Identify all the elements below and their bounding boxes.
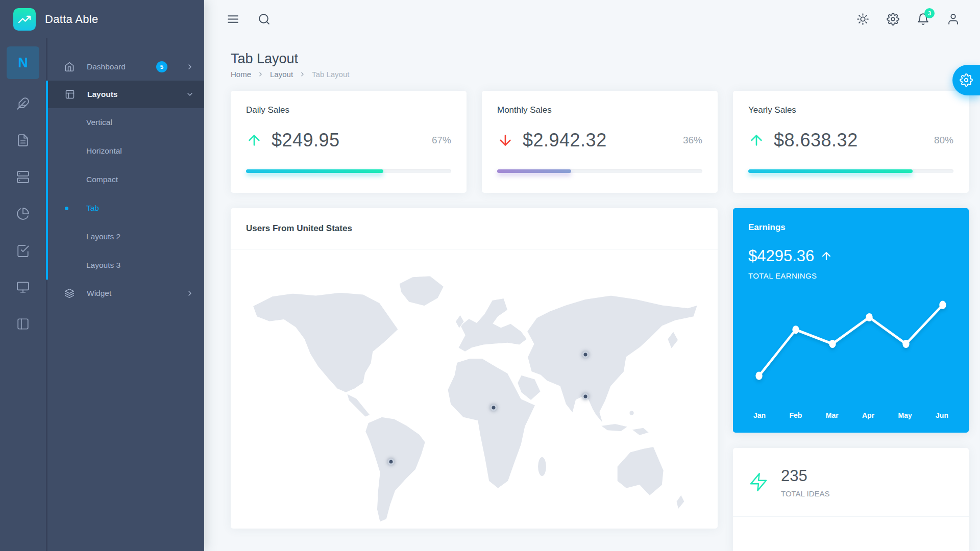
progress-fill (497, 169, 571, 173)
check-square-icon[interactable] (0, 232, 46, 269)
topbar-actions: 3 (856, 13, 960, 26)
dashboard-grid: Daily Sales$249.9567% Monthly Sales$2.94… (231, 91, 969, 551)
progress-fill (748, 169, 913, 173)
notification-badge: 3 (924, 8, 935, 18)
user-button[interactable] (947, 13, 960, 26)
chevron-right-icon (257, 71, 264, 78)
sidebar-menu: Dashboard 5 Layouts VerticalHorizontalCo… (46, 38, 204, 551)
right-column: Earnings $4295.36 TOTAL EARNINGS JanFebM… (733, 208, 969, 551)
sidebar-subitem-vertical[interactable]: Vertical (48, 108, 204, 137)
daily-sales-card: Daily Sales$249.9567% (231, 91, 467, 193)
menu-toggle-button[interactable] (227, 13, 239, 26)
layers-icon (64, 288, 75, 298)
arrow-up-icon (748, 132, 765, 148)
breadcrumb-item[interactable]: Home (231, 70, 251, 79)
sidebar-subitem-layouts-2[interactable]: Layouts 2 (48, 222, 204, 251)
earnings-subtitle: TOTAL EARNINGS (748, 271, 953, 280)
chevron-right-icon (186, 289, 194, 297)
map-marker-china[interactable] (582, 393, 589, 400)
chevron-down-icon (186, 90, 194, 98)
feather-icon[interactable] (0, 85, 46, 122)
layouts-submenu: VerticalHorizontalCompactTabLayouts 2Lay… (48, 108, 204, 280)
breadcrumb: HomeLayoutTab Layout (231, 70, 980, 79)
sidebar-subitem-tab[interactable]: Tab (48, 194, 204, 222)
progress-track (497, 169, 702, 173)
rail-item-active[interactable]: N (7, 46, 39, 79)
sidebar-body: N Dashboard 5 Layouts VerticalHorizontal… (0, 38, 204, 551)
chart-month-label: Mar (826, 411, 839, 419)
sidebar-subitem-compact[interactable]: Compact (48, 165, 204, 194)
zap-icon (748, 472, 769, 492)
total-ideas-card: 235 TOTAL IDEAS (733, 448, 969, 551)
chart-month-label: Jun (936, 411, 948, 419)
main-content: 3 Tab Layout HomeLayoutTab Layout Daily … (204, 0, 980, 551)
sidebar-item-dashboard[interactable]: Dashboard 5 (47, 53, 204, 81)
logo-trending-up-icon (13, 8, 36, 31)
world-map-svg (231, 249, 718, 529)
chevron-right-icon (186, 63, 194, 71)
arrow-up-icon (820, 250, 832, 262)
settings-fab-button[interactable] (952, 65, 980, 95)
earnings-amount: $4295.36 (748, 247, 814, 265)
total-ideas-value: 235 (781, 467, 830, 485)
progress-track (246, 169, 451, 173)
settings-button[interactable] (887, 13, 899, 26)
map-card-title: Users From United States (231, 208, 718, 249)
sidebar-item-label: Widget (87, 289, 174, 298)
sidebar-subitem-layouts-3[interactable]: Layouts 3 (48, 251, 204, 280)
sidebar-item-label: Dashboard (87, 62, 144, 71)
chart-month-label: May (898, 411, 912, 419)
map-marker-russia[interactable] (582, 351, 589, 358)
server-icon[interactable] (0, 159, 46, 195)
stat-amount: $249.95 (272, 130, 340, 151)
icon-rail: N (0, 38, 46, 551)
total-ideas-label: TOTAL IDEAS (781, 489, 830, 498)
sidebar-subitem-horizontal[interactable]: Horizontal (48, 137, 204, 165)
progress-track (748, 169, 953, 173)
monitor-icon[interactable] (0, 269, 46, 306)
page-title: Tab Layout (231, 51, 980, 67)
arrow-up-icon (246, 132, 262, 148)
yearly-sales-card: Yearly Sales$8.638.3280% (733, 91, 969, 193)
dashboard-badge: 5 (156, 61, 167, 72)
stat-percent: 36% (683, 135, 702, 146)
map-marker-middle-east[interactable] (491, 404, 497, 411)
arrow-down-icon (497, 132, 513, 148)
world-map[interactable] (231, 249, 718, 529)
file-text-icon[interactable] (0, 122, 46, 159)
bell-button[interactable]: 3 (917, 13, 929, 26)
breadcrumb-item[interactable]: Layout (270, 70, 293, 79)
map-marker-brazil[interactable] (387, 459, 394, 465)
sidebar-item-widget[interactable]: Widget (47, 280, 204, 307)
search-button[interactable] (258, 13, 271, 26)
stat-amount: $2.942.32 (523, 130, 607, 151)
sidebar-item-layouts[interactable]: Layouts (48, 81, 204, 108)
sidebar-icon[interactable] (0, 306, 46, 342)
stat-card-title: Daily Sales (246, 105, 451, 115)
sidebar-group-layouts: Layouts VerticalHorizontalCompactTabLayo… (46, 81, 204, 280)
earnings-title: Earnings (748, 222, 953, 233)
brand-name: Datta Able (45, 13, 99, 26)
home-icon (64, 62, 75, 72)
chart-month-label: Feb (789, 411, 802, 419)
page-head: Tab Layout HomeLayoutTab Layout (231, 51, 980, 79)
chevron-right-icon (299, 71, 306, 78)
earnings-card: Earnings $4295.36 TOTAL EARNINGS JanFebM… (733, 208, 969, 433)
brand[interactable]: Datta Able (0, 0, 204, 38)
layout-icon (65, 89, 75, 99)
pie-chart-icon[interactable] (0, 195, 46, 232)
chart-month-label: Apr (862, 411, 874, 419)
stat-percent: 67% (432, 135, 451, 146)
chart-month-label: Jan (753, 411, 766, 419)
stat-card-title: Yearly Sales (748, 105, 953, 115)
sun-button[interactable] (856, 13, 869, 26)
sidebar: Datta Able N Dashboard 5 Layouts Verti (0, 0, 204, 551)
earnings-month-labels: JanFebMarAprMayJun (748, 411, 953, 422)
stat-percent: 80% (934, 135, 953, 146)
sidebar-item-label: Layouts (87, 90, 174, 99)
earnings-line-chart (748, 287, 953, 411)
breadcrumb-item: Tab Layout (312, 70, 349, 79)
users-map-card: Users From United States (231, 208, 718, 529)
topbar: 3 (204, 0, 980, 38)
progress-fill (246, 169, 383, 173)
